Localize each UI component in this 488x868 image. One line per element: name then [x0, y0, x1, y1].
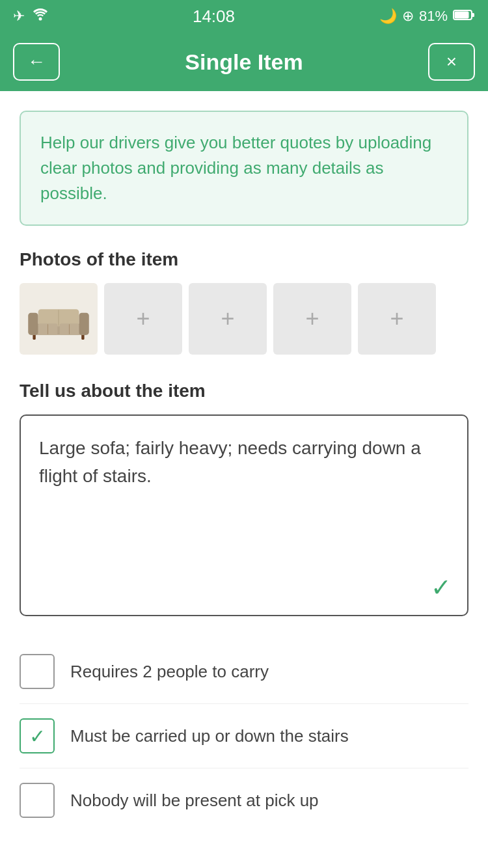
add-photo-icon-3: + — [305, 307, 319, 331]
add-photo-icon-2: + — [221, 307, 234, 331]
photo-slot-1[interactable]: + — [104, 283, 182, 355]
photo-slot-2[interactable]: + — [189, 283, 267, 355]
info-box: Help our drivers give you better quotes … — [20, 111, 468, 226]
add-photo-icon-1: + — [136, 307, 150, 331]
wifi-icon — [33, 8, 48, 25]
checkbox-row-2: Nobody will be present at pick up — [20, 768, 468, 832]
close-button[interactable]: × — [428, 43, 475, 81]
checkbox-two-people[interactable] — [20, 654, 55, 689]
battery-percent: 81% — [419, 8, 448, 25]
svg-rect-7 — [28, 313, 38, 335]
back-arrow-icon: ← — [27, 51, 46, 72]
photo-slot-0[interactable] — [20, 283, 98, 355]
status-time: 14:08 — [193, 7, 235, 27]
status-bar: ✈ 14:08 🌙 ⊕ 81% — [0, 0, 488, 33]
svg-rect-8 — [79, 313, 88, 335]
description-section-title: Tell us about the item — [20, 381, 468, 401]
checkbox-label-2: Nobody will be present at pick up — [70, 789, 319, 812]
main-content: Help our drivers give you better quotes … — [0, 91, 488, 868]
status-bar-right: 🌙 ⊕ 81% — [379, 8, 475, 25]
battery-icon — [453, 8, 475, 25]
checkbox-nobody-present[interactable] — [20, 783, 55, 818]
photos-section-title: Photos of the item — [20, 249, 468, 270]
moon-icon: 🌙 — [379, 8, 397, 25]
svg-point-0 — [39, 18, 42, 21]
svg-rect-2 — [472, 13, 474, 17]
location-icon: ⊕ — [402, 8, 414, 25]
checkbox-check-icon: ✓ — [29, 725, 46, 748]
header: ← Single Item × — [0, 33, 488, 91]
checkbox-stairs[interactable]: ✓ — [20, 718, 55, 753]
checkbox-row-1: ✓ Must be carried up or down the stairs — [20, 704, 468, 768]
checkboxes-section: Requires 2 people to carry ✓ Must be car… — [20, 640, 468, 832]
description-check-icon: ✓ — [431, 573, 452, 602]
close-icon: × — [446, 51, 457, 72]
svg-rect-3 — [455, 12, 469, 19]
status-bar-left: ✈ — [13, 8, 48, 25]
photos-row: + + + + — [20, 283, 468, 355]
photos-section: Photos of the item — [20, 249, 468, 355]
info-box-text: Help our drivers give you better quotes … — [40, 130, 448, 206]
description-text: Large sofa; fairly heavy; needs carrying… — [39, 434, 449, 491]
airplane-icon: ✈ — [13, 8, 25, 25]
checkbox-label-1: Must be carried up or down the stairs — [70, 724, 349, 748]
description-box[interactable]: Large sofa; fairly heavy; needs carrying… — [20, 414, 468, 616]
page-title: Single Item — [185, 49, 303, 75]
checkbox-row-0: Requires 2 people to carry — [20, 640, 468, 704]
back-button[interactable]: ← — [13, 43, 60, 81]
photo-slot-3[interactable]: + — [273, 283, 351, 355]
checkbox-label-0: Requires 2 people to carry — [70, 660, 269, 683]
description-section: Tell us about the item Large sofa; fairl… — [20, 381, 468, 616]
add-photo-icon-4: + — [390, 307, 403, 331]
photo-slot-4[interactable]: + — [358, 283, 436, 355]
